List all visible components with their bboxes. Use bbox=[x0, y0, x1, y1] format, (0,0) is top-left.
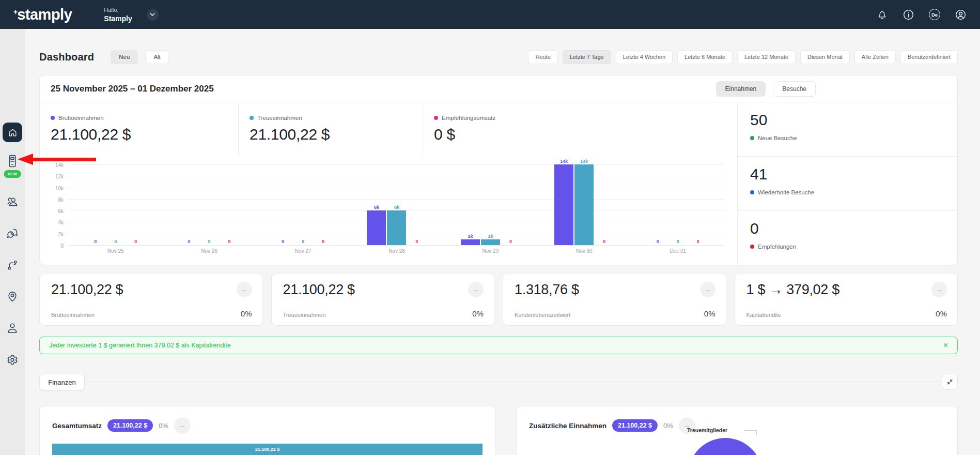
pie-slice-label: Treuemitglieder bbox=[687, 427, 727, 433]
view-button-alt[interactable]: Alt bbox=[145, 50, 168, 64]
status-dot bbox=[750, 245, 754, 249]
side-stat-value: 50 bbox=[750, 111, 945, 129]
filter-letzte-12-monate[interactable]: Letzte 12 Monate bbox=[737, 50, 796, 64]
kpi-value: 1 $ → 379,02 $ bbox=[746, 282, 839, 298]
chart-mode-toggle: Einnahmen Besuche bbox=[716, 81, 816, 97]
value-badge: 21.100,22 $ bbox=[107, 419, 153, 432]
date-range-label: 25 November 2025 – 01 Dezember 2025 bbox=[51, 84, 214, 94]
sidebar-item-stamp-cards[interactable] bbox=[6, 154, 19, 168]
side-stat-empfehlungen: 0 Empfehlungen bbox=[738, 211, 957, 265]
bar-value-label: 1k bbox=[488, 234, 493, 239]
bar-slot: 0 bbox=[407, 239, 426, 245]
finance-cards-row: Gesamtumsatz 21.100,22 $ 0% – 21.100,22 … bbox=[39, 406, 958, 455]
bar-value-label: 0 bbox=[603, 239, 605, 244]
sidebar-item-customers[interactable] bbox=[6, 195, 19, 208]
bar-group: 000 bbox=[256, 164, 350, 245]
pie-label-connector bbox=[744, 430, 757, 435]
sidebar-item-settings[interactable] bbox=[6, 353, 19, 367]
bar-slot: 0 bbox=[314, 239, 333, 245]
sidebar-item-dashboard[interactable] bbox=[3, 123, 22, 142]
chart-area: Bruttoeinnahmen 21.100,22 $ Treueeinnahm… bbox=[40, 102, 737, 265]
bar-value-label: 0 bbox=[415, 239, 418, 244]
side-stat-value: 41 bbox=[750, 165, 945, 183]
kpi-label: Kapitalrendite bbox=[746, 312, 839, 318]
toggle-besuche[interactable]: Besuche bbox=[773, 81, 816, 97]
chart-card-header: 25 November 2025 – 01 Dezember 2025 Einn… bbox=[40, 75, 957, 102]
collapse-section-button[interactable] bbox=[942, 374, 958, 390]
bar-value-label: 1k bbox=[468, 234, 473, 239]
filter-alle-zeiten[interactable]: Alle Zeiten bbox=[854, 50, 896, 64]
bar-group: 000 bbox=[631, 164, 725, 245]
x-tick-label: Nov 26 bbox=[162, 248, 256, 254]
filter-diesen-monat[interactable]: Diesen Monat bbox=[800, 50, 850, 64]
bar-value-label: 14k bbox=[560, 159, 568, 164]
view-button-neu[interactable]: Neu bbox=[111, 50, 138, 64]
app-logo: + stamply bbox=[13, 7, 72, 22]
sidebar-item-profile[interactable] bbox=[6, 321, 19, 335]
bar-value-label: 6k bbox=[374, 205, 379, 210]
bar-slot: 6k bbox=[387, 205, 406, 245]
home-icon bbox=[8, 128, 18, 138]
bar-value-label: 0 bbox=[188, 239, 191, 244]
bar-slot: 0 bbox=[126, 239, 145, 245]
filter-heute[interactable]: Heute bbox=[528, 50, 557, 64]
bell-icon[interactable] bbox=[876, 9, 888, 21]
bar-slot: 1k bbox=[461, 234, 480, 245]
filter-benutzerdefiniert[interactable]: Benutzerdefiniert bbox=[900, 50, 958, 64]
sidebar: NEW bbox=[0, 29, 25, 455]
language-button[interactable]: De bbox=[929, 9, 940, 20]
x-tick-label: Nov 25 bbox=[69, 248, 162, 254]
filter-letzte-7-tage[interactable]: Letzte 7 Tage bbox=[563, 50, 611, 64]
gesamtumsatz-bar: 21.100,22 $ bbox=[52, 444, 483, 455]
x-tick-label: Dec 01 bbox=[631, 248, 725, 254]
side-stat-wiederholte-besuche: 41 Wiederholte Besuche bbox=[738, 157, 957, 211]
trend-neutral-icon: – bbox=[931, 282, 947, 297]
tab-finanzen[interactable]: Finanzen bbox=[39, 374, 85, 390]
page-title: Dashboard bbox=[39, 51, 94, 63]
sidebar-item-automations[interactable] bbox=[6, 259, 19, 271]
chat-icon bbox=[6, 226, 19, 240]
summary-bruttoeinnahmen: Bruttoeinnahmen 21.100,22 $ bbox=[40, 102, 238, 156]
filter-letzte-4-wochen[interactable]: Letzte 4 Wochen bbox=[616, 50, 673, 64]
close-icon[interactable]: × bbox=[943, 341, 948, 350]
bar bbox=[481, 239, 500, 245]
trend-neutral-icon: – bbox=[174, 417, 191, 434]
info-icon[interactable] bbox=[903, 9, 914, 21]
x-tick-label: Nov 29 bbox=[444, 248, 537, 254]
logo-plus-mark: + bbox=[13, 8, 18, 16]
account-switcher-button[interactable] bbox=[147, 9, 159, 21]
customers-icon bbox=[6, 195, 19, 208]
sidebar-item-locations[interactable] bbox=[6, 290, 19, 303]
card-title: Gesamtumsatz bbox=[52, 422, 102, 430]
chart-card-body: Bruttoeinnahmen 21.100,22 $ Treueeinnahm… bbox=[40, 102, 957, 265]
filter-letzte-6-monate[interactable]: Letzte 6 Monate bbox=[677, 50, 733, 64]
route-branch-icon bbox=[6, 259, 19, 271]
kpi-percent: 0% bbox=[241, 309, 252, 318]
value-badge: 21.100,22 $ bbox=[612, 419, 658, 432]
bar-value-label: 6k bbox=[394, 205, 399, 210]
bar-value-label: 0 bbox=[509, 239, 512, 244]
alert-text: Jeder investierte 1 $ generiert Ihnen 37… bbox=[49, 342, 231, 349]
side-stat-label: Neue Besuche bbox=[758, 135, 797, 141]
kpi-card-treueeinnahmen: 21.100,22 $Treueeinnahmen –0% bbox=[271, 273, 495, 326]
x-tick-label: Nov 30 bbox=[537, 248, 631, 254]
bar-value-label: 0 bbox=[697, 239, 699, 244]
toggle-einnahmen[interactable]: Einnahmen bbox=[716, 81, 766, 97]
bar bbox=[461, 239, 480, 245]
gridline bbox=[69, 245, 725, 246]
page-header: Dashboard Neu Alt Heute Letzte 7 Tage Le… bbox=[39, 49, 958, 65]
percent-label: 0% bbox=[159, 422, 168, 430]
main-content: Dashboard Neu Alt Heute Letzte 7 Tage Le… bbox=[25, 29, 980, 455]
account-icon[interactable] bbox=[955, 9, 967, 21]
y-tick-label: 8k bbox=[58, 197, 64, 203]
y-tick-label: 10k bbox=[55, 186, 64, 191]
kpi-percent: 0% bbox=[472, 309, 484, 318]
bar-slot: 14k bbox=[554, 159, 573, 245]
legend-label: Empfehlungsumsatz bbox=[442, 115, 495, 121]
sidebar-item-messages[interactable] bbox=[6, 226, 19, 240]
legend-dot bbox=[250, 116, 254, 120]
zusaetzliche-einnahmen-card: Zusätzliche Einnahmen 21.100,22 $ 0% – T… bbox=[516, 406, 958, 455]
bar-value-label: 0 bbox=[302, 239, 304, 244]
bar-value-label: 0 bbox=[114, 239, 117, 244]
bar-slot: 0 bbox=[293, 239, 313, 245]
